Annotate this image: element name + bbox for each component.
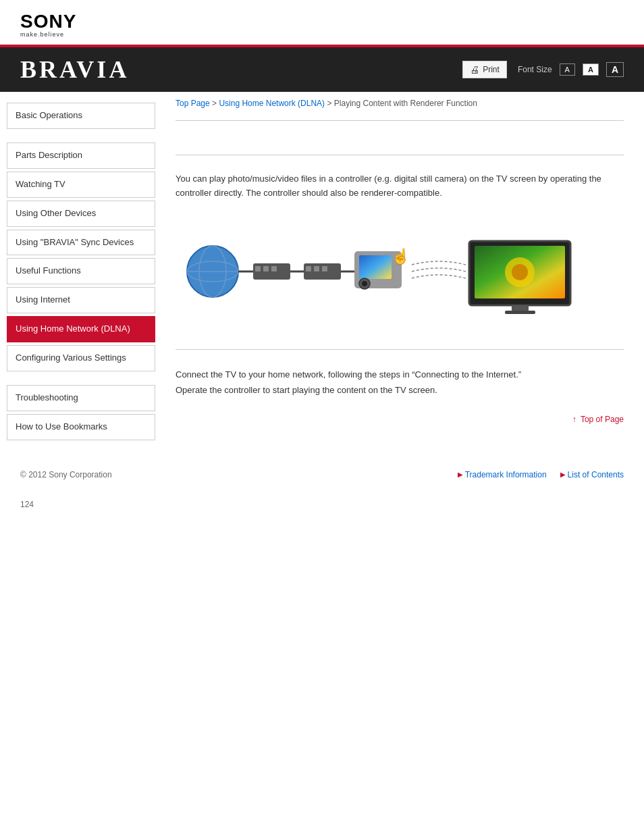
sidebar-item-configuring-settings[interactable]: Configuring Various Settings <box>7 345 155 371</box>
footer-links: ▶ Trademark Information ▶ List of Conten… <box>458 470 624 479</box>
steps-text-2: Operate the controller to start playing … <box>176 382 624 398</box>
sidebar-item-troubleshooting[interactable]: Troubleshooting <box>7 385 155 411</box>
intro-text: You can play photo/music/video files in … <box>176 172 624 201</box>
sidebar-item-using-other-devices[interactable]: Using Other Devices <box>7 201 155 227</box>
footer: © 2012 Sony Corporation ▶ Trademark Info… <box>0 463 644 486</box>
print-label: Print <box>483 65 500 74</box>
svg-rect-5 <box>255 266 261 271</box>
breadcrumb-sep2: > <box>327 99 333 108</box>
breadcrumb-top-page[interactable]: Top Page <box>176 99 210 108</box>
sidebar-item-watching-tv[interactable]: Watching TV <box>7 172 155 198</box>
bravia-controls: 🖨 Print Font Size A A A <box>462 61 624 78</box>
sidebar: Basic Operations Parts Description Watch… <box>0 92 162 457</box>
breadcrumb-sep1: > <box>212 99 219 108</box>
svg-rect-11 <box>314 266 319 271</box>
sidebar-item-bravia-sync[interactable]: Using "BRAVIA" Sync Devices <box>7 230 155 256</box>
diagram-area: ☝ <box>176 211 624 332</box>
top-of-page-link: ↑ Top of Page <box>176 408 624 431</box>
sidebar-item-useful-functions[interactable]: Useful Functions <box>7 258 155 284</box>
sony-logo: SONY make.believe <box>20 12 76 38</box>
network-diagram: ☝ <box>176 224 581 319</box>
main-layout: Basic Operations Parts Description Watch… <box>0 92 644 457</box>
svg-rect-26 <box>505 311 535 314</box>
bravia-title: BRAVIA <box>20 55 129 84</box>
sony-text: SONY <box>20 12 76 31</box>
top-of-page-anchor[interactable]: Top of Page <box>581 415 624 424</box>
svg-point-24 <box>512 264 528 280</box>
font-medium-button[interactable]: A <box>583 63 599 76</box>
divider-3 <box>176 349 624 350</box>
up-arrow-icon: ↑ <box>572 415 576 424</box>
sidebar-item-basic-operations[interactable]: Basic Operations <box>7 103 155 129</box>
steps-text-1: Connect the TV to your home network, fol… <box>176 367 624 382</box>
svg-text:☝: ☝ <box>392 247 410 265</box>
bravia-bar: BRAVIA 🖨 Print Font Size A A A <box>0 45 644 92</box>
svg-rect-6 <box>263 266 269 271</box>
top-bar: SONY make.believe <box>0 0 644 45</box>
font-small-button[interactable]: A <box>560 63 575 76</box>
svg-rect-7 <box>271 266 277 271</box>
font-size-label: Font Size <box>518 65 552 74</box>
svg-rect-16 <box>359 255 392 279</box>
steps-section: Connect the TV to your home network, fol… <box>176 357 624 409</box>
divider-2 <box>176 155 624 155</box>
breadcrumb-home-network[interactable]: Using Home Network (DLNA) <box>219 99 325 108</box>
sidebar-item-using-internet[interactable]: Using Internet <box>7 287 155 313</box>
print-icon: 🖨 <box>470 64 479 75</box>
title-space <box>176 128 624 148</box>
divider-top <box>176 120 624 121</box>
sidebar-item-home-network[interactable]: Using Home Network (DLNA) <box>7 316 155 342</box>
svg-rect-10 <box>306 266 311 271</box>
font-large-button[interactable]: A <box>606 62 624 77</box>
svg-rect-12 <box>322 266 327 271</box>
breadcrumb-current: Playing Content with Renderer Function <box>334 99 477 108</box>
svg-rect-25 <box>512 305 529 311</box>
trademark-link[interactable]: ▶ Trademark Information <box>458 470 547 479</box>
sidebar-item-parts-description[interactable]: Parts Description <box>7 142 155 169</box>
copyright-text: © 2012 Sony Corporation <box>20 470 112 479</box>
breadcrumb: Top Page > Using Home Network (DLNA) > P… <box>176 92 624 113</box>
list-of-contents-link[interactable]: ▶ List of Contents <box>560 470 624 479</box>
sidebar-item-bookmarks[interactable]: How to Use Bookmarks <box>7 414 155 440</box>
print-button[interactable]: 🖨 Print <box>462 61 507 78</box>
intro-section: You can play photo/music/video files in … <box>176 162 624 342</box>
trademark-arrow-icon: ▶ <box>458 471 463 478</box>
contents-arrow-icon: ▶ <box>560 471 566 478</box>
page-number: 124 <box>0 486 644 523</box>
sony-tagline: make.believe <box>20 31 64 38</box>
svg-point-18 <box>362 281 367 286</box>
content-area: Top Page > Using Home Network (DLNA) > P… <box>162 92 644 457</box>
